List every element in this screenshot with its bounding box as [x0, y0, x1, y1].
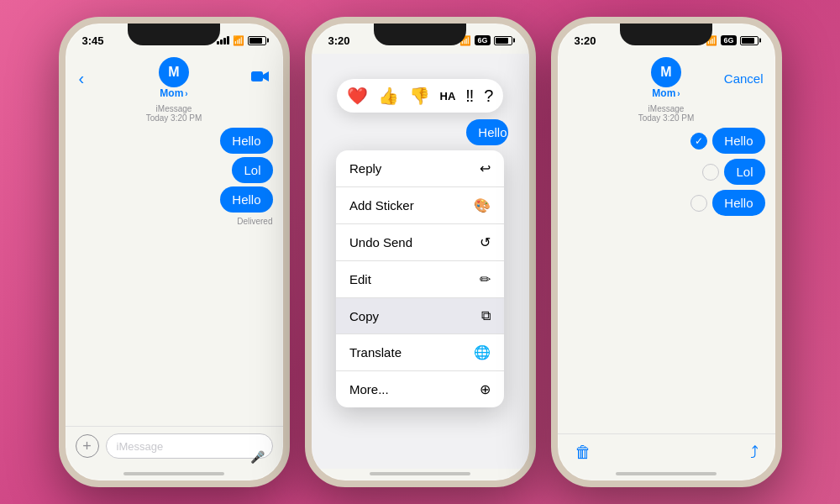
home-indicator-2 — [370, 472, 470, 475]
copy-icon: ⧉ — [481, 308, 491, 323]
context-more-label: More... — [349, 382, 389, 396]
context-copy[interactable]: Copy ⧉ — [336, 298, 504, 334]
context-undo-send[interactable]: Undo Send ↺ — [336, 224, 504, 261]
context-reply-label: Reply — [349, 161, 381, 176]
reaction-heart[interactable]: ❤️ — [347, 86, 368, 106]
messages-area-1: iMessage Today 3:20 PM Hello Lol Hello D… — [66, 104, 283, 426]
context-add-sticker-label: Add Sticker — [349, 198, 414, 213]
context-undo-send-label: Undo Send — [349, 235, 412, 249]
home-indicator-3 — [616, 472, 717, 475]
nav-center-1[interactable]: M Mom › — [159, 57, 189, 99]
context-edit-label: Edit — [349, 272, 371, 286]
notch-1 — [128, 24, 220, 45]
context-edit[interactable]: Edit ✏ — [336, 261, 504, 298]
reaction-ha[interactable]: HA — [440, 90, 456, 102]
sticker-icon: 🎨 — [474, 197, 491, 213]
context-translate-label: Translate — [349, 345, 402, 360]
battery-icon-2 — [494, 36, 512, 45]
context-translate[interactable]: Translate 🌐 — [336, 334, 504, 371]
contact-name-1: Mom › — [160, 87, 187, 99]
status-time-3: 3:20 — [575, 34, 596, 47]
context-bubble: Hello — [466, 119, 508, 145]
phone2-bg: ❤️ 👍 👎 HA ‼ ? Hello Reply ↩ — [312, 54, 529, 469]
status-time-1: 3:45 — [82, 34, 104, 47]
status-icons-1: 📶 — [217, 35, 266, 46]
selection-row-1: ✓ Hello — [568, 128, 765, 154]
add-attachment-button-1[interactable]: + — [76, 434, 99, 458]
translate-icon: 🌐 — [474, 344, 491, 360]
context-reply[interactable]: Reply ↩ — [336, 150, 504, 187]
select-circle-2[interactable] — [702, 164, 719, 181]
bottom-toolbar-3: 🗑 ⤴ — [558, 433, 775, 469]
undo-icon: ↺ — [480, 234, 491, 250]
wifi-icon-1: 📶 — [233, 35, 244, 46]
phone-3: 3:20 📶 6G M Mom › — [551, 17, 782, 487]
input-bar-1: + iMessage 🎤 — [66, 426, 283, 469]
imessage-label-1: iMessage Today 3:20 PM — [76, 104, 273, 123]
select-circle-1[interactable]: ✓ — [690, 133, 707, 150]
reaction-question[interactable]: ? — [484, 87, 493, 106]
bubble-3-lol[interactable]: Lol — [724, 159, 764, 185]
reaction-exclaim[interactable]: ‼ — [465, 87, 474, 106]
phone-2: 3:20 📶 6G ❤️ — [305, 17, 536, 487]
nav-bar-3: M Mom › Cancel — [558, 54, 775, 104]
context-copy-label: Copy — [349, 309, 379, 323]
lte-badge-2: 6G — [475, 35, 490, 45]
notch-2 — [374, 24, 466, 45]
contact-name-3: Mom › — [652, 87, 680, 99]
cancel-button-3[interactable]: Cancel — [724, 71, 764, 86]
more-icon: ⊕ — [480, 381, 491, 397]
avatar-1: M — [159, 57, 189, 87]
avatar-3: M — [651, 57, 681, 87]
notch-3 — [620, 24, 712, 45]
back-arrow-icon-1: ‹ — [79, 70, 85, 87]
home-indicator-1 — [123, 472, 224, 475]
bubble-1-lol[interactable]: Lol — [232, 157, 272, 183]
battery-icon-1 — [248, 36, 266, 45]
messages-area-3: iMessage Today 3:20 PM ✓ Hello Lol Hello — [558, 104, 775, 433]
battery-icon-3 — [740, 36, 759, 45]
context-more[interactable]: More... ⊕ — [336, 371, 504, 407]
mic-icon-1[interactable]: 🎤 — [250, 450, 265, 464]
select-circle-3[interactable] — [690, 195, 707, 212]
reply-icon: ↩ — [480, 160, 491, 176]
message-input-1[interactable]: iMessage — [106, 433, 273, 459]
svg-rect-0 — [251, 71, 263, 81]
imessage-label-3: iMessage Today 3:20 PM — [568, 104, 765, 123]
reaction-bar: ❤️ 👍 👎 HA ‼ ? — [337, 79, 504, 113]
status-time-2: 3:20 — [328, 34, 350, 47]
selection-row-2: Lol — [568, 159, 765, 185]
nav-bar-1: ‹ M Mom › — [66, 54, 283, 104]
reaction-thumbsdown[interactable]: 👎 — [409, 86, 430, 106]
delivered-status-1: Delivered — [237, 217, 272, 226]
bubble-3-hello2[interactable]: Hello — [712, 190, 764, 216]
selection-row-3: Hello — [568, 190, 765, 216]
messages-container-1: Hello Lol Hello Delivered — [76, 124, 273, 229]
phone-1: 3:45 📶 ‹ M Mom — [59, 17, 290, 487]
context-menu: Reply ↩ Add Sticker 🎨 Undo Send ↺ Edit ✏ — [336, 150, 504, 407]
reaction-thumbsup[interactable]: 👍 — [378, 86, 399, 106]
bubble-3-hello[interactable]: Hello — [712, 128, 764, 154]
edit-icon: ✏ — [480, 271, 491, 287]
context-add-sticker[interactable]: Add Sticker 🎨 — [336, 187, 504, 224]
bubble-1-hello2[interactable]: Hello — [220, 186, 272, 213]
share-icon-3[interactable]: ⤴ — [750, 443, 759, 462]
context-overlay: ❤️ 👍 👎 HA ‼ ? Hello Reply ↩ — [312, 54, 529, 469]
lte-badge-3: 6G — [721, 35, 736, 45]
nav-center-3[interactable]: M Mom › — [651, 57, 681, 99]
delete-icon-3[interactable]: 🗑 — [575, 443, 591, 462]
video-call-button-1[interactable] — [251, 70, 270, 87]
back-button-1[interactable]: ‹ — [79, 70, 85, 87]
bubble-1-hello[interactable]: Hello — [220, 128, 272, 154]
